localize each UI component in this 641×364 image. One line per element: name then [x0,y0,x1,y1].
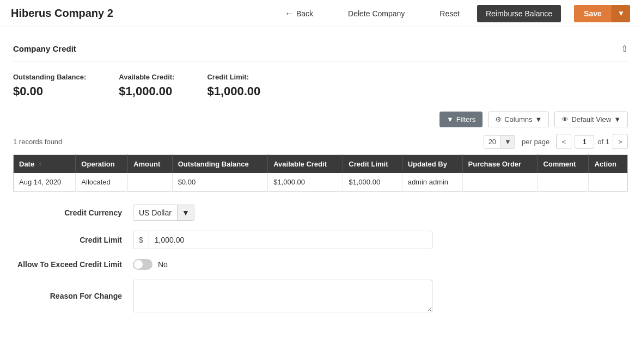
columns-dropdown-icon: ▼ [535,115,542,124]
reason-row: Reason For Change [13,280,503,312]
cell-available-credit: $1,000.00 [268,173,343,192]
col-operation[interactable]: Operation [76,155,128,174]
current-page-input[interactable] [575,135,594,149]
table-toolbar: ▼ Filters ⚙ Columns ▼ 👁 Default View ▼ [13,112,628,127]
cell-purchase-order [462,173,538,192]
records-found-text: 1 records found [13,138,62,146]
save-dropdown-button[interactable]: ▼ [612,5,630,22]
columns-button[interactable]: ⚙ Columns ▼ [488,112,549,127]
col-amount[interactable]: Amount [128,155,173,174]
credit-limit-stat-value: $1,000.00 [207,84,260,98]
cell-action [589,173,628,192]
cell-date: Aug 14, 2020 [14,173,76,192]
stats-row: Outstanding Balance: $0.00 Available Cre… [13,73,628,98]
credit-limit-stat: Credit Limit: $1,000.00 [207,73,260,98]
toggle-knob [134,260,143,269]
col-date[interactable]: Date ↑ [14,155,76,174]
main-content: Company Credit ⇧ Outstanding Balance: $0… [0,27,641,333]
total-pages-label: of 1 [597,138,609,146]
credit-currency-value: US Dollar [133,205,177,220]
filters-button[interactable]: ▼ Filters [439,112,483,127]
per-page-label: per page [522,138,550,146]
cell-outstanding-balance: $0.00 [172,173,268,192]
credit-currency-select[interactable]: US Dollar ▼ [133,205,194,221]
sort-icon: ↑ [39,161,42,168]
col-comment[interactable]: Comment [538,155,589,174]
cell-updated-by: admin admin [402,173,462,192]
credit-limit-input[interactable] [149,231,432,249]
outstanding-balance-value: $0.00 [13,84,86,98]
reason-textarea[interactable] [133,280,432,312]
reset-button[interactable]: Reset [435,7,464,20]
credit-limit-stat-label: Credit Limit: [207,73,260,81]
available-credit-value: $1,000.00 [119,84,174,98]
delete-company-button[interactable]: Delete Company [344,7,409,20]
eye-icon: 👁 [561,115,569,124]
per-page-dropdown-icon[interactable]: ▼ [500,135,515,148]
gear-icon: ⚙ [495,115,502,124]
section-title: Company Credit [13,44,76,53]
records-row: 1 records found 20 ▼ per page < of 1 > [13,134,628,149]
available-credit-label: Available Credit: [119,73,174,81]
back-arrow-icon: ← [285,9,294,18]
available-credit-stat: Available Credit: $1,000.00 [119,73,174,98]
save-button[interactable]: Save [574,5,612,22]
section-header: Company Credit ⇧ [13,38,628,62]
table-header: Date ↑ Operation Amount Outstanding Bala… [14,155,628,174]
allow-exceed-label: Allow To Exceed Credit Limit [13,260,133,269]
cell-operation: Allocated [76,173,128,192]
prev-page-button[interactable]: < [556,134,571,149]
allow-exceed-toggle-group: No [133,259,168,270]
col-available-credit[interactable]: Available Credit [268,155,343,174]
collapse-icon[interactable]: ⇧ [621,44,628,54]
default-view-button[interactable]: 👁 Default View ▼ [554,112,628,127]
app-header: Hiberus Company 2 ← Back Delete Company … [0,0,641,27]
per-page-select[interactable]: 20 ▼ [484,135,515,149]
page-title: Hiberus Company 2 [11,7,270,20]
currency-symbol: $ [133,231,149,249]
currency-dropdown-icon[interactable]: ▼ [177,205,194,220]
credit-currency-label: Credit Currency [13,208,133,217]
credit-limit-input-group: $ [133,231,432,249]
per-page-value: 20 [484,135,500,148]
form-section: Credit Currency US Dollar ▼ Credit Limit… [13,205,628,312]
back-button[interactable]: ← Back [280,7,318,21]
col-action[interactable]: Action [589,155,628,174]
pagination-controls: 20 ▼ per page < of 1 > [484,134,628,149]
outstanding-balance-label: Outstanding Balance: [13,73,86,81]
table-body: Aug 14, 2020 Allocated $0.00 $1,000.00 $… [14,173,628,192]
cell-amount [128,173,173,192]
outstanding-balance-stat: Outstanding Balance: $0.00 [13,73,86,98]
col-credit-limit[interactable]: Credit Limit [343,155,402,174]
table-header-row: Date ↑ Operation Amount Outstanding Bala… [14,155,628,174]
credit-currency-row: Credit Currency US Dollar ▼ [13,205,503,221]
cell-comment [538,173,589,192]
col-updated-by[interactable]: Updated By [402,155,462,174]
allow-exceed-status: No [158,260,168,269]
col-outstanding-balance[interactable]: Outstanding Balance [172,155,268,174]
cell-credit-limit: $1,000.00 [343,173,402,192]
reimburse-balance-button[interactable]: Reimburse Balance [477,5,561,22]
next-page-button[interactable]: > [613,134,628,149]
header-nav: ← Back Delete Company Reset Reimburse Ba… [280,5,630,22]
save-group: Save ▼ [574,5,630,22]
credits-table: Date ↑ Operation Amount Outstanding Bala… [13,155,628,192]
allow-exceed-toggle[interactable] [133,259,152,270]
table-row: Aug 14, 2020 Allocated $0.00 $1,000.00 $… [14,173,628,192]
reason-label: Reason For Change [13,292,133,300]
credit-limit-row: Credit Limit $ [13,231,503,249]
filter-icon: ▼ [447,115,454,124]
view-dropdown-icon: ▼ [614,115,621,124]
allow-exceed-row: Allow To Exceed Credit Limit No [13,259,503,270]
credit-limit-label: Credit Limit [13,236,133,244]
col-purchase-order[interactable]: Purchase Order [462,155,538,174]
